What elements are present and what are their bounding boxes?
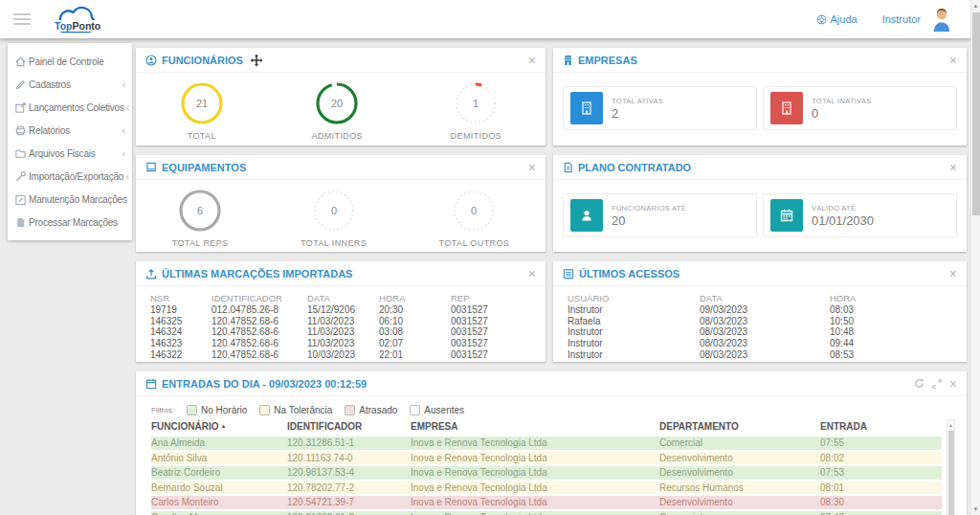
gauge-ring: 20 — [315, 81, 359, 129]
table-row: Instrutor09/03/202308:03 — [568, 304, 952, 316]
device-icon — [145, 162, 157, 172]
close-icon[interactable]: × — [528, 267, 536, 280]
close-icon[interactable]: × — [528, 54, 536, 67]
sidebar-item-label: Relatórios — [29, 125, 70, 136]
acessos-table: USUÁRIODATAHORA Instrutor09/03/202308:03… — [553, 286, 967, 361]
user-menu[interactable]: Instrutor — [882, 13, 921, 25]
scrollbar-thumb[interactable] — [948, 431, 954, 515]
column-identificador[interactable]: IDENTIFICADOR — [287, 420, 411, 433]
logo-text: TopPonto — [54, 20, 101, 32]
table-row[interactable]: Bernardo Souzal120.78202.77-2Inova e Ren… — [151, 481, 942, 495]
table-row: Instrutor08/03/202309:44 — [568, 338, 952, 349]
stat-label: FUNCIONÁRIOS ATÉ — [612, 204, 686, 213]
help-link[interactable]: Ajuda — [816, 13, 858, 25]
card-ultimas-marcacoes: ÚLTIMAS MARCAÇÕES IMPORTADAS × NSRIDENTI… — [136, 261, 546, 362]
card-title: EMPRESAS — [563, 55, 637, 66]
sidebar-item-relatorios[interactable]: Relatórios ‹ — [8, 119, 132, 142]
sort-asc-icon: ▲ — [221, 423, 227, 429]
table-row: 146324120.47852.68-611/03/202303:0800315… — [150, 326, 531, 338]
table-row[interactable]: Carlos Monteiro120.54721.39-7Inova e Ren… — [151, 496, 942, 509]
help-ring-icon — [816, 14, 827, 25]
sidebar-item-importacao-exportacao[interactable]: Importação/Exportação ‹ — [8, 165, 132, 188]
stat-funcionarios-ate: FUNCIONÁRIOS ATÉ 20 — [563, 193, 757, 237]
sidebar-item-painel-de-controle[interactable]: Painel de Controle — [8, 50, 132, 73]
topponto-logo[interactable]: TopPonto — [48, 2, 107, 36]
close-icon[interactable]: × — [949, 54, 957, 67]
gauge-label: ADMITIDOS — [311, 131, 363, 141]
external-link-icon — [14, 101, 29, 114]
checkbox[interactable] — [345, 405, 355, 415]
scroll-down-icon[interactable]: ▼ — [971, 504, 980, 515]
table-scrollbar[interactable]: ▲ — [947, 419, 955, 515]
gauge-ring: 0 — [312, 189, 356, 236]
gauge-label: TOTAL INNERS — [301, 238, 367, 248]
card-title: FUNCIONÁRIOS — [145, 55, 243, 66]
filter-atrasado[interactable]: Atrasado — [345, 405, 397, 415]
card-title: PLANO CONTRATADO — [563, 162, 691, 173]
page-scrollbar[interactable]: ▲ ▼ — [970, 0, 980, 515]
document-icon — [563, 162, 573, 173]
expand-icon[interactable] — [932, 375, 942, 392]
svg-text:20: 20 — [331, 98, 343, 109]
card-funcionarios: FUNCIONÁRIOS × 21 TOTAL 20 ADMITIDOS 1 D… — [136, 48, 546, 146]
stat-label: VÁLIDO ATÉ — [812, 204, 874, 213]
stat-value: 0 — [812, 106, 872, 121]
close-icon[interactable]: × — [949, 267, 957, 280]
sidebar: Painel de Controle Cadastros ‹ Lançament… — [8, 43, 132, 240]
table-row[interactable]: Carolina Moura120.81092.31-2Inova e Reno… — [151, 511, 942, 515]
pencil-icon — [14, 78, 29, 91]
sidebar-item-lancamentos-coletivos[interactable]: Lançamentos Coletivos ‹ — [8, 96, 132, 119]
sidebar-item-label: Lançamentos Coletivos — [29, 102, 124, 113]
scroll-up-icon[interactable]: ▲ — [947, 420, 954, 430]
avatar[interactable] — [930, 7, 953, 32]
gauge-total-inners: 0 TOTAL INNERS — [301, 189, 367, 248]
stat-label: TOTAL ATIVAS — [612, 97, 663, 105]
table-row[interactable]: Antônio Silva120.11163.74-0Inova e Renov… — [151, 452, 942, 465]
checkbox[interactable] — [259, 405, 270, 415]
upload-icon — [145, 268, 157, 280]
sidebar-item-arquivos-fiscais[interactable]: Arquivos Fiscais ‹ — [8, 142, 132, 165]
filter-ausentes[interactable]: Ausentes — [410, 405, 464, 415]
svg-text:6: 6 — [197, 205, 203, 216]
table-row[interactable]: Beatriz Cordeiro120.98137.53-4Inova e Re… — [151, 466, 942, 480]
scroll-up-icon[interactable]: ▲ — [971, 0, 980, 11]
scrollbar-thumb[interactable] — [972, 12, 980, 215]
table-row: Instrutor08/03/202310:48 — [568, 326, 952, 338]
filter-na-tolerancia[interactable]: Na Tolerância — [259, 405, 332, 415]
column-entrada[interactable]: ENTRADA — [820, 420, 867, 433]
sidebar-item-label: Cadastros — [29, 79, 71, 90]
sidebar-item-manutencao-marcacoes[interactable]: Manutenção Marcações — [8, 188, 132, 211]
sidebar-item-processar-marcacoes[interactable]: Processar Marcações — [8, 211, 132, 234]
stat-valido-ate: VÁLIDO ATÉ 01/01/2030 — [763, 193, 957, 237]
column-funcionario[interactable]: FUNCIONÁRIO▲ — [151, 420, 287, 433]
stat-total-inativas: TOTAL INATIVAS 0 — [763, 86, 957, 130]
card-equipamentos: EQUIPAMENTOS × 6 TOTAL REPS 0 TOTAL INNE… — [136, 155, 546, 252]
filter-no-horario[interactable]: No Horário — [187, 405, 247, 415]
column-empresa[interactable]: EMPRESA — [411, 420, 659, 433]
sidebar-item-cadastros[interactable]: Cadastros ‹ — [8, 73, 132, 96]
refresh-icon[interactable] — [914, 375, 924, 392]
close-icon[interactable]: × — [949, 377, 957, 391]
close-icon[interactable]: × — [528, 161, 536, 174]
user-circle-icon — [145, 55, 157, 66]
stat-total-ativas: TOTAL ATIVAS 2 — [563, 86, 757, 130]
menu-toggle-icon[interactable] — [13, 13, 31, 25]
checkbox[interactable] — [187, 405, 197, 415]
column-departamento[interactable]: DEPARTAMENTO — [659, 420, 820, 433]
table-row[interactable]: Ana Almeida120.31286.51-1Inova e Renova … — [151, 437, 942, 450]
card-title: EQUIPAMENTOS — [145, 162, 246, 173]
move-cursor-icon — [250, 54, 263, 67]
file-icon — [14, 216, 29, 229]
svg-text:0: 0 — [471, 205, 477, 216]
home-icon — [14, 56, 29, 68]
marcacoes-table: NSRIDENTIFICADORDATAHORAREP 19719012.047… — [136, 286, 546, 361]
table-header: NSRIDENTIFICADORDATAHORAREP — [150, 293, 531, 304]
table-row: Rafaela08/03/202310:50 — [568, 316, 952, 327]
folder-icon — [14, 147, 29, 160]
calendar-icon — [770, 199, 803, 232]
pen-square-icon — [14, 193, 29, 206]
stat-value: 01/01/2030 — [812, 213, 874, 228]
close-icon[interactable]: × — [949, 161, 957, 174]
checkbox[interactable] — [410, 405, 420, 415]
building-icon — [770, 92, 803, 124]
